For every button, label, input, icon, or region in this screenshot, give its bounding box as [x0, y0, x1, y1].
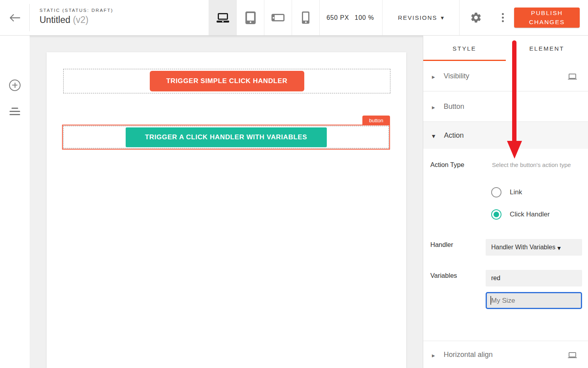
- selection-tag: button: [362, 116, 390, 125]
- tab-style[interactable]: STYLE: [423, 36, 506, 61]
- device-preview-switcher: [209, 0, 320, 35]
- device-scope-laptop-icon: [569, 74, 576, 79]
- handler-select[interactable]: Handler With Variables: [486, 239, 582, 256]
- device-tablet-button[interactable]: [237, 0, 264, 35]
- section-visibility[interactable]: Visibility: [423, 61, 588, 91]
- layers-outline-button[interactable]: [0, 101, 30, 123]
- handler-label: Handler: [430, 241, 453, 248]
- caret-right-icon: [432, 351, 435, 359]
- toolbar-divider: [29, 4, 30, 31]
- section-action[interactable]: Action: [423, 122, 588, 149]
- annotation-arrow-head: [507, 141, 522, 159]
- chevron-down-icon: [441, 14, 444, 21]
- action-type-help-text: Select the button's action type: [492, 161, 573, 169]
- gear-icon: [470, 11, 482, 24]
- variables-label: Variables: [430, 272, 457, 279]
- back-arrow-icon: [9, 13, 20, 22]
- button-block-container[interactable]: TRIGGER SIMPLE CLICK HANDLER: [63, 69, 390, 93]
- caret-right-icon: [432, 103, 435, 110]
- layers-icon: [9, 108, 20, 116]
- page-preview[interactable]: TRIGGER SIMPLE CLICK HANDLER button TRIG…: [47, 52, 406, 368]
- caret-down-icon: [432, 132, 435, 139]
- radio-option-link[interactable]: Link: [491, 187, 522, 197]
- radio-option-click-handler[interactable]: Click Handler: [491, 209, 550, 220]
- back-button[interactable]: [5, 0, 24, 35]
- device-laptop-button[interactable]: [209, 0, 237, 35]
- caret-right-icon: [432, 72, 435, 80]
- variables-click-handler-button[interactable]: TRIGGER A CLICK HANDLER WITH VARIABLES: [126, 127, 327, 147]
- section-button[interactable]: Button: [423, 91, 588, 122]
- laptop-icon: [217, 13, 229, 23]
- radio-unselected-icon[interactable]: [491, 187, 501, 197]
- document-status: STATIC (STATUS: DRAFT): [40, 8, 113, 13]
- document-version: (v2): [73, 15, 89, 25]
- kebab-menu-icon: [502, 13, 504, 22]
- page-title: Untitled (v2): [40, 15, 113, 25]
- editor-canvas: TRIGGER SIMPLE CLICK HANDLER button TRIG…: [30, 36, 423, 368]
- simple-click-handler-button[interactable]: TRIGGER SIMPLE CLICK HANDLER: [150, 71, 304, 91]
- radio-selected-icon[interactable]: [491, 209, 501, 220]
- action-type-label: Action Type: [430, 161, 464, 169]
- section-horizontal-align[interactable]: Horizontal align: [423, 341, 588, 368]
- revisions-menu-button[interactable]: REVISIONS: [383, 0, 460, 35]
- add-element-button[interactable]: [0, 74, 30, 96]
- annotation-arrow: [512, 40, 516, 142]
- select-caret-icon: [555, 244, 560, 251]
- canvas-size-indicator: 650 PX 100 %: [318, 0, 383, 35]
- settings-button[interactable]: [466, 0, 485, 35]
- device-phone-landscape-button[interactable]: [264, 0, 292, 35]
- selected-button-block-container[interactable]: button TRIGGER A CLICK HANDLER WITH VARI…: [62, 125, 390, 150]
- device-phone-portrait-button[interactable]: [292, 0, 320, 35]
- left-sidebar: [0, 36, 30, 368]
- canvas-width-value: 650 PX: [326, 14, 349, 21]
- tab-element[interactable]: ELEMENT: [506, 36, 588, 61]
- inspector-tabs: STYLE ELEMENT: [423, 36, 588, 61]
- top-toolbar: STATIC (STATUS: DRAFT) Untitled (v2) 650…: [0, 0, 588, 36]
- canvas-zoom-value: 100 %: [354, 14, 374, 21]
- document-info: STATIC (STATUS: DRAFT) Untitled (v2): [40, 8, 113, 25]
- variable-color-input[interactable]: [486, 270, 582, 286]
- variable-size-input[interactable]: [486, 292, 582, 309]
- inspector-panel: STYLE ELEMENT Visibility Button Action A…: [423, 36, 588, 368]
- phone-portrait-icon: [302, 11, 309, 24]
- phone-landscape-icon: [271, 14, 285, 21]
- tablet-icon: [245, 11, 256, 24]
- plus-circle-icon: [9, 80, 21, 91]
- more-options-button[interactable]: [493, 0, 512, 35]
- publish-changes-button[interactable]: PUBLISH CHANGES: [514, 8, 580, 28]
- text-cursor: [490, 296, 491, 305]
- device-scope-laptop-icon: [569, 352, 576, 357]
